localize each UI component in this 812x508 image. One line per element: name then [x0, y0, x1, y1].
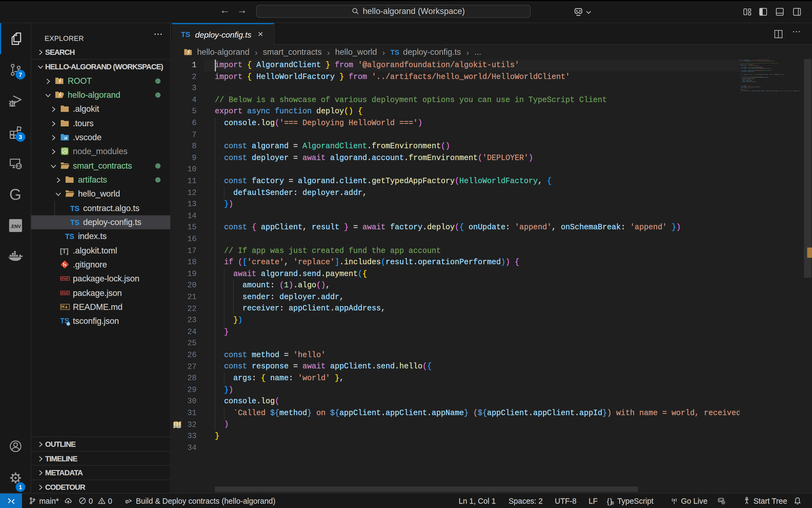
svg-text:.ENV: .ENV — [10, 224, 21, 229]
svg-text:JS: JS — [62, 150, 67, 153]
